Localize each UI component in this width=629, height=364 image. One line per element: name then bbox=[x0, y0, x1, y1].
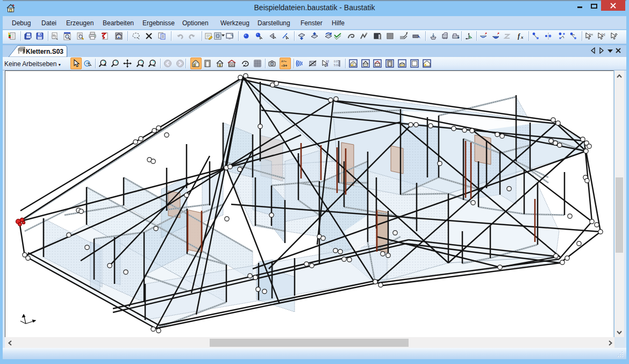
svg-text:A: A bbox=[281, 60, 283, 63]
svg-text:12: 12 bbox=[326, 60, 329, 63]
svg-text:A: A bbox=[104, 63, 106, 67]
svg-text:[m]: [m] bbox=[589, 33, 593, 36]
svg-text:[x]: [x] bbox=[602, 33, 605, 36]
svg-text:0.07: 0.07 bbox=[334, 60, 339, 63]
svg-text:x: x bbox=[520, 34, 524, 40]
svg-text:5.01: 5.01 bbox=[334, 64, 339, 67]
svg-text:f: f bbox=[518, 32, 520, 40]
